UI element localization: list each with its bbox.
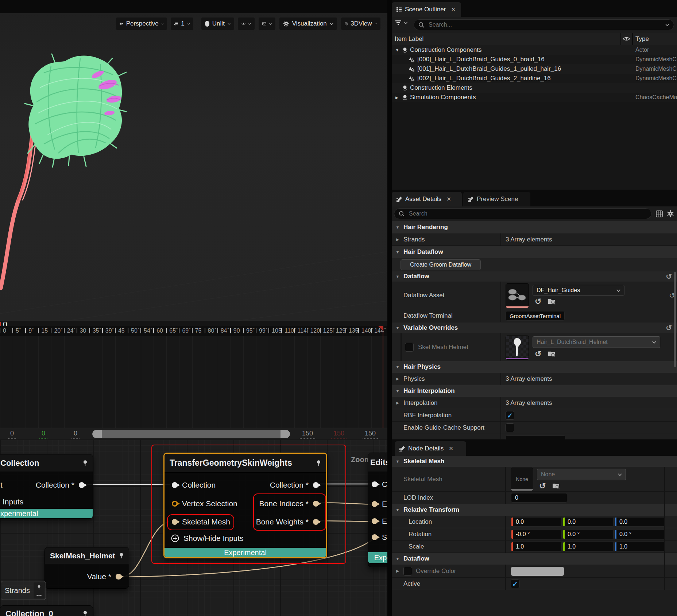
- viewport-3d[interactable]: Perspective 1 Unlit Visualization 3DView: [0, 0, 387, 321]
- expander-down-icon[interactable]: ▼: [392, 225, 403, 229]
- skeletal-mesh-dropdown[interactable]: None: [537, 469, 626, 480]
- skelmesh-node-header[interactable]: SkelMesh_Helmet: [45, 547, 129, 564]
- use-selected-asset-icon[interactable]: ↺: [535, 350, 541, 358]
- collection-output-pin[interactable]: [313, 482, 319, 488]
- rotation-y-field[interactable]: 0.0 °: [563, 530, 614, 539]
- timeline-scrollbar[interactable]: [92, 430, 290, 438]
- chevron-down-icon[interactable]: [665, 24, 669, 26]
- collection-node-header[interactable]: Collection: [0, 454, 93, 472]
- edits-node-pin-c[interactable]: C: [372, 480, 387, 489]
- input-collection[interactable]: Collection: [172, 481, 216, 489]
- pin-icon[interactable]: [83, 611, 88, 616]
- outliner-row-construction-components[interactable]: ▼ Construction Components Actor: [392, 45, 677, 55]
- expander-right-icon[interactable]: ▶: [392, 237, 403, 241]
- lit-mode-dropdown[interactable]: Unlit: [201, 18, 234, 30]
- use-selected-asset-icon[interactable]: ↺: [539, 482, 546, 490]
- section-dataflow[interactable]: ▼ Dataflow ↺: [392, 271, 677, 282]
- asset-search-box[interactable]: [394, 208, 651, 219]
- override-color-checkbox[interactable]: [403, 567, 412, 576]
- collection-node-inputs-label[interactable]: Inputs: [3, 497, 23, 506]
- edits-node-pin-e2[interactable]: E: [372, 517, 387, 526]
- tab-node-details[interactable]: Node Details ✕: [395, 441, 466, 456]
- skel-mesh-helmet-dropdown[interactable]: Hair_L_DutchBraid_Helmet: [533, 336, 660, 348]
- expander-down-icon[interactable]: ▼: [392, 389, 403, 393]
- edits-node-header[interactable]: Edits: [368, 453, 387, 472]
- scale-z-field[interactable]: 1.0: [615, 542, 665, 551]
- expander-down-icon[interactable]: ▼: [395, 48, 399, 52]
- dataflow-graph[interactable]: Collection t Collection * Inputs xperime…: [0, 439, 387, 616]
- scale-y-field[interactable]: 1.0: [563, 542, 614, 551]
- column-item-label[interactable]: Item Label: [395, 35, 423, 43]
- browse-to-asset-icon[interactable]: [548, 298, 556, 305]
- show-flags-eye-dropdown[interactable]: [238, 18, 255, 30]
- outliner-filter-button[interactable]: [395, 20, 408, 26]
- view-modes-image-dropdown[interactable]: [259, 18, 275, 30]
- location-y-field[interactable]: 0.0: [563, 517, 614, 527]
- collection0-node[interactable]: Collection_0: [0, 605, 93, 616]
- value-output[interactable]: Value *: [87, 572, 121, 581]
- perspective-dropdown[interactable]: Perspective: [116, 18, 167, 30]
- location-x-field[interactable]: 0.0: [511, 517, 562, 527]
- outliner-row-hairline[interactable]: [002]_Hair_L_DutchBraid_Guides_2_hairlin…: [392, 74, 677, 83]
- expander-down-icon[interactable]: ▼: [392, 274, 403, 279]
- section-hair-rendering[interactable]: ▼ Hair Rendering: [392, 221, 677, 234]
- expander-right-icon[interactable]: ▶: [392, 401, 403, 405]
- dataflow-terminal-field[interactable]: GroomAssetTerminal: [506, 311, 565, 321]
- collection-output-pin[interactable]: [79, 482, 85, 488]
- browse-to-asset-icon[interactable]: [548, 350, 556, 357]
- expander-down-icon[interactable]: ▼: [392, 326, 403, 330]
- close-icon[interactable]: ✕: [449, 445, 453, 452]
- panel-splitter[interactable]: [387, 0, 392, 616]
- vertex-selection-input-pin[interactable]: [172, 501, 178, 507]
- close-icon[interactable]: ✕: [446, 196, 451, 202]
- bone-indices-output-pin[interactable]: [313, 501, 319, 507]
- skelmesh-helmet-node[interactable]: SkelMesh_Helmet Value *: [45, 547, 129, 589]
- section-hair-physics[interactable]: ▼ Hair Physics: [392, 361, 677, 373]
- tab-scene-outliner[interactable]: Scene Outliner ✕: [392, 2, 461, 17]
- lod-index-field[interactable]: 0: [511, 493, 567, 503]
- outliner-row-construction-elements[interactable]: Construction Elements: [392, 83, 677, 93]
- pin-icon[interactable]: [83, 460, 88, 466]
- rotation-z-field[interactable]: 0.0 °: [615, 530, 665, 539]
- edits-node-pin-s[interactable]: S: [372, 533, 387, 542]
- section-dataflow-node[interactable]: ▼ Dataflow: [392, 553, 677, 565]
- playback-start-field[interactable]: 0: [71, 430, 80, 439]
- range-start-field[interactable]: 0: [8, 430, 16, 439]
- expander-down-icon[interactable]: ▼: [392, 557, 403, 561]
- expander-down-icon[interactable]: ▼: [392, 459, 403, 464]
- collection-node-output[interactable]: Collection *: [36, 481, 85, 489]
- section-skeletal-mesh[interactable]: ▼ Skeletal Mesh: [392, 456, 677, 467]
- show-hide-inputs-toggle[interactable]: Show/Hide Inputs: [171, 534, 244, 543]
- pin-icon[interactable]: [37, 585, 41, 590]
- close-icon[interactable]: ✕: [451, 6, 456, 13]
- outliner-search-box[interactable]: [414, 19, 674, 30]
- expander-down-icon[interactable]: ▼: [392, 508, 403, 512]
- playback-end-field[interactable]: 150: [363, 430, 378, 439]
- plus-circle-icon[interactable]: [171, 534, 179, 542]
- outliner-row-braid[interactable]: [000]_Hair_L_DutchBraid_Guides_0_braid_1…: [392, 55, 677, 64]
- expander-down-icon[interactable]: ▼: [392, 365, 403, 369]
- asset-search-input[interactable]: [408, 210, 647, 217]
- pin-icon[interactable]: [316, 460, 321, 466]
- view-start-field[interactable]: 0: [39, 430, 47, 439]
- outliner-search-input[interactable]: [428, 21, 662, 28]
- screen-percentage-dropdown[interactable]: 1: [171, 18, 193, 30]
- output-bone-indices[interactable]: Bone Indices *: [259, 499, 319, 508]
- outliner-row-simulation-components[interactable]: ▶ Simulation Components ChaosCacheMan: [392, 93, 677, 102]
- input-vertex-selection[interactable]: Vertex Selection: [172, 499, 237, 508]
- guide-cache-checkbox[interactable]: [506, 423, 514, 432]
- skel-mesh-helmet-checkbox[interactable]: [405, 343, 414, 352]
- edits-node[interactable]: Edits C E E S Experimental: [368, 453, 387, 567]
- outliner-row-pulled-hair[interactable]: [001]_Hair_L_DutchBraid_Guides_1_pulled_…: [392, 64, 677, 74]
- expander-down-icon[interactable]: ▼: [392, 250, 403, 254]
- bone-weights-output-pin[interactable]: [313, 519, 319, 525]
- dataflow-asset-dropdown[interactable]: DF_Hair_Guides: [533, 285, 624, 296]
- edits-node-pin-e1[interactable]: E: [372, 500, 387, 508]
- output-bone-weights[interactable]: Bone Weights *: [256, 518, 319, 526]
- transfer-geometry-skin-weights-node[interactable]: TransferGeometrySkinWeights Collection V…: [163, 453, 327, 558]
- section-hair-interpolation[interactable]: ▼ Hair Interpolation: [392, 385, 677, 397]
- collection0-node-header[interactable]: Collection_0: [0, 606, 93, 616]
- expander-right-icon[interactable]: ▶: [392, 569, 403, 573]
- strands-node-controls[interactable]: [34, 582, 45, 598]
- expander-right-icon[interactable]: ▶: [392, 377, 403, 381]
